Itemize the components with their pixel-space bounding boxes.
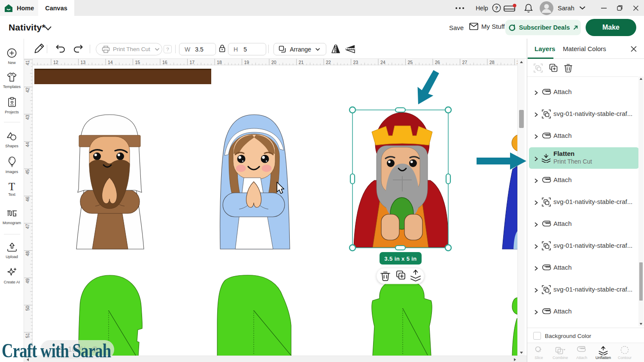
svg-text:41: 41 [25,60,30,65]
svg-text:43: 43 [25,115,30,120]
svg-text:23: 23 [353,60,358,65]
svg-text:25: 25 [408,60,413,65]
svg-text:21: 21 [299,60,304,65]
svg-text:15: 15 [135,60,140,65]
svg-text:28: 28 [489,60,495,65]
svg-text:27: 27 [462,60,468,65]
svg-text:45: 45 [25,169,30,174]
svg-text:46: 46 [25,197,30,202]
svg-text:12: 12 [53,60,58,65]
svg-text:44: 44 [25,142,30,147]
svg-text:26: 26 [435,60,440,65]
svg-text:47: 47 [25,224,30,229]
svg-text:22: 22 [326,60,331,65]
svg-text:24: 24 [380,60,386,65]
svg-text:16: 16 [162,60,167,65]
svg-text:42: 42 [25,88,30,93]
svg-text:51: 51 [25,333,30,338]
svg-text:3.5 in x 5 in: 3.5 in x 5 in [384,256,416,262]
svg-text:19: 19 [244,60,249,65]
svg-text:17: 17 [190,60,195,65]
svg-text:20: 20 [271,60,276,65]
svg-text:13: 13 [81,60,86,65]
svg-text:49: 49 [25,278,30,283]
svg-text:48: 48 [25,251,30,256]
svg-text:14: 14 [108,60,113,65]
svg-text:18: 18 [217,60,222,65]
svg-text:?: ? [495,6,498,11]
svg-text:50: 50 [25,306,30,311]
